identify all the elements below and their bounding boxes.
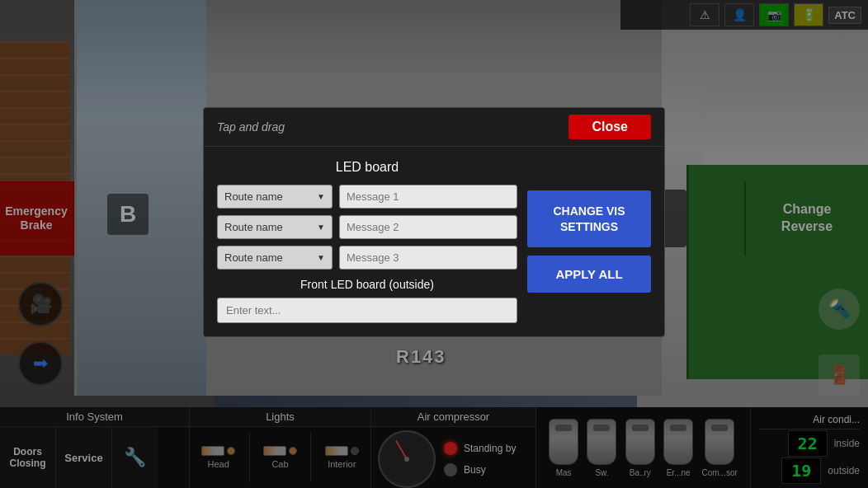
modal-row-3: Route name ▼ (217, 246, 517, 270)
modal-close-button[interactable]: Close (568, 115, 651, 139)
modal-left-panel: LED board Route name ▼ Route name ▼ (217, 160, 517, 323)
led-board-modal: Tap and drag Close LED board Route name … (203, 107, 665, 337)
apply-all-button[interactable]: APPLY ALL (527, 256, 651, 293)
route-select-2[interactable]: Route name ▼ (217, 215, 333, 239)
message-input-3[interactable] (339, 246, 517, 270)
modal-drag-text: Tap and drag (217, 120, 285, 134)
modal-titlebar: Tap and drag Close (204, 108, 664, 147)
modal-row-1: Route name ▼ (217, 185, 517, 209)
modal-right-panel: CHANGE VIS SETTINGS APPLY ALL (527, 160, 651, 323)
modal-row-2: Route name ▼ (217, 215, 517, 239)
chevron-down-icon-1: ▼ (317, 192, 325, 201)
front-led-input[interactable] (217, 298, 517, 323)
modal-overlay: Tap and drag Close LED board Route name … (0, 0, 868, 488)
message-input-2[interactable] (339, 215, 517, 239)
change-vis-settings-button[interactable]: CHANGE VIS SETTINGS (527, 190, 651, 246)
chevron-down-icon-2: ▼ (317, 223, 325, 232)
route-select-3[interactable]: Route name ▼ (217, 246, 333, 270)
route-select-1[interactable]: Route name ▼ (217, 185, 333, 209)
modal-led-title: LED board (217, 160, 517, 175)
modal-body: LED board Route name ▼ Route name ▼ (204, 147, 664, 336)
front-led-title: Front LED board (outside) (217, 278, 517, 291)
chevron-down-icon-3: ▼ (317, 253, 325, 262)
message-input-1[interactable] (339, 185, 517, 209)
